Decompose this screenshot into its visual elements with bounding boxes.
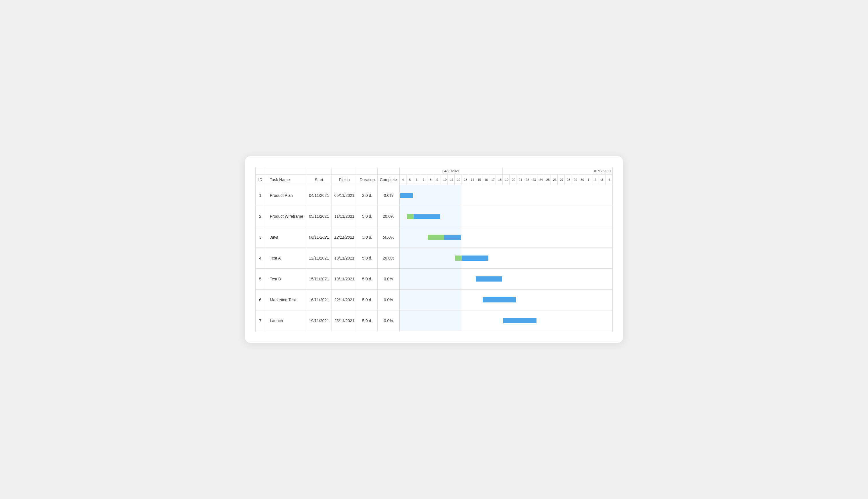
cell-name-1: Product Wireframe: [265, 206, 306, 227]
cell-start-0: 04/11/2021: [306, 185, 332, 206]
cell-finish-0: 05/11/2021: [331, 185, 357, 206]
table-row: 3Java08/11/202112/11/20215.0 d.50.0%: [256, 227, 613, 248]
column-header-row: ID Task Name Start Finish Duration Compl…: [256, 174, 613, 185]
gantt-area-inner-3: [400, 248, 612, 268]
bar-complete-1: [407, 214, 414, 219]
cell-duration-5: 5.0 d.: [357, 290, 377, 311]
cell-name-0: Product Plan: [265, 185, 306, 206]
date-label-2: 01/12/2021: [503, 168, 612, 174]
table-row: 1Product Plan04/11/202105/11/20212.0 d.0…: [256, 185, 613, 206]
cell-finish-2: 12/11/2021: [331, 227, 357, 248]
th-dur-date: [357, 168, 377, 174]
day-header-19: 23: [530, 174, 537, 185]
day-header-28: 2: [592, 174, 599, 185]
cell-id-5: 6: [256, 290, 265, 311]
cell-id-0: 1: [256, 185, 265, 206]
gantt-bar-cell-2: [399, 227, 612, 248]
day-header-13: 17: [489, 174, 496, 185]
gantt-bar-cell-3: [399, 248, 612, 269]
th-comp-date: [377, 168, 399, 174]
gantt-bar-5: [483, 297, 516, 302]
gantt-bar-3: [455, 256, 489, 261]
bar-complete-2: [428, 235, 444, 240]
bar-remaining-5: [483, 297, 516, 302]
day-header-30: 4: [605, 174, 612, 185]
table-row: 5Test B15/11/202119/11/20215.0 d.0.0%: [256, 269, 613, 290]
th-finish-date: [331, 168, 357, 174]
table-row: 2Product Wireframe05/11/202111/11/20215.…: [256, 206, 613, 227]
day-header-1: 5: [406, 174, 413, 185]
gantt-bar-cell-5: [399, 290, 612, 311]
day-header-22: 26: [551, 174, 557, 185]
gantt-wrapper: 04/11/2021 01/12/2021 ID Task Name Start…: [255, 168, 613, 331]
th-task-name: Task Name: [265, 174, 306, 185]
gantt-shade-6: [400, 311, 461, 331]
day-header-16: 20: [509, 174, 516, 185]
cell-complete-0: 0.0%: [377, 185, 399, 206]
cell-name-3: Test A: [265, 248, 306, 269]
th-start-date: [306, 168, 332, 174]
cell-complete-3: 20.0%: [377, 248, 399, 269]
cell-finish-5: 22/11/2021: [331, 290, 357, 311]
gantt-shade-3: [400, 248, 461, 268]
th-duration: Duration: [357, 174, 377, 185]
cell-finish-1: 11/11/2021: [331, 206, 357, 227]
day-header-11: 15: [475, 174, 482, 185]
gantt-card: 04/11/2021 01/12/2021 ID Task Name Start…: [245, 156, 623, 343]
table-row: 4Test A12/11/202118/11/20215.0 d.20.0%: [256, 248, 613, 269]
cell-finish-4: 19/11/2021: [331, 269, 357, 290]
bar-remaining-2: [444, 235, 461, 240]
day-header-25: 29: [571, 174, 578, 185]
cell-start-6: 19/11/2021: [306, 311, 332, 331]
cell-start-5: 16/11/2021: [306, 290, 332, 311]
gantt-area-inner-2: [400, 227, 612, 247]
th-id: ID: [256, 174, 265, 185]
cell-id-4: 5: [256, 269, 265, 290]
gantt-table: 04/11/2021 01/12/2021 ID Task Name Start…: [255, 168, 613, 331]
cell-duration-4: 5.0 d.: [357, 269, 377, 290]
cell-duration-3: 5.0 d.: [357, 248, 377, 269]
cell-complete-5: 0.0%: [377, 290, 399, 311]
day-header-24: 28: [564, 174, 571, 185]
cell-start-2: 08/11/2021: [306, 227, 332, 248]
cell-name-2: Java: [265, 227, 306, 248]
bar-remaining-0: [400, 193, 413, 198]
day-header-20: 24: [537, 174, 544, 185]
day-header-15: 19: [503, 174, 509, 185]
gantt-bar-0: [400, 193, 413, 198]
day-header-2: 6: [413, 174, 420, 185]
cell-duration-6: 5.0 d.: [357, 311, 377, 331]
cell-complete-2: 50.0%: [377, 227, 399, 248]
th-finish: Finish: [331, 174, 357, 185]
day-header-8: 12: [454, 174, 461, 185]
cell-duration-1: 5.0 d.: [357, 206, 377, 227]
cell-complete-1: 20.0%: [377, 206, 399, 227]
day-header-0: 4: [399, 174, 406, 185]
gantt-shade-5: [400, 290, 461, 310]
cell-complete-4: 0.0%: [377, 269, 399, 290]
cell-duration-2: 5.0 d.: [357, 227, 377, 248]
day-header-17: 21: [516, 174, 523, 185]
cell-start-3: 12/11/2021: [306, 248, 332, 269]
cell-finish-6: 25/11/2021: [331, 311, 357, 331]
day-header-9: 13: [461, 174, 468, 185]
day-header-12: 16: [482, 174, 489, 185]
day-header-18: 22: [523, 174, 530, 185]
gantt-area-inner-6: [400, 311, 612, 331]
gantt-area-inner-1: [400, 206, 612, 227]
cell-name-6: Launch: [265, 311, 306, 331]
gantt-body: 1Product Plan04/11/202105/11/20212.0 d.0…: [256, 185, 613, 331]
table-row: 7Launch19/11/202125/11/20215.0 d.0.0%: [256, 311, 613, 331]
th-complete: Complete: [377, 174, 399, 185]
cell-finish-3: 18/11/2021: [331, 248, 357, 269]
gantt-shade-4: [400, 269, 461, 289]
day-header-23: 27: [557, 174, 564, 185]
gantt-bar-cell-0: [399, 185, 612, 206]
gantt-bar-cell-4: [399, 269, 612, 290]
day-header-29: 3: [599, 174, 605, 185]
day-header-4: 8: [427, 174, 434, 185]
gantt-bar-1: [407, 214, 440, 219]
gantt-area-inner-0: [400, 185, 612, 206]
bar-complete-3: [455, 256, 462, 261]
gantt-bar-4: [476, 276, 502, 282]
